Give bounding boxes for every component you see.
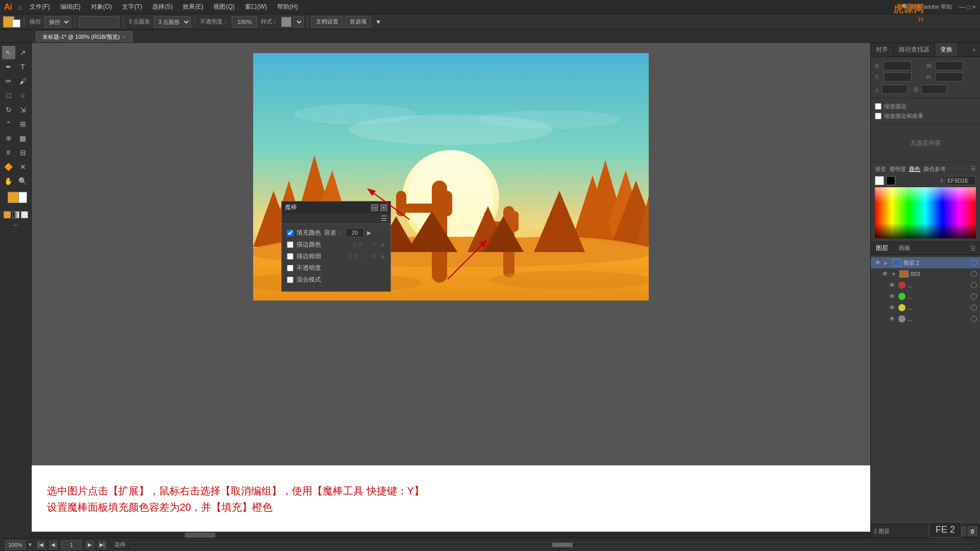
eyedropper-tool[interactable]: 🔶 (2, 160, 15, 173)
white-swatch[interactable] (875, 176, 884, 185)
shape-tool[interactable]: □ (2, 89, 15, 102)
panel-title-bar[interactable]: 魔棒 — × (282, 202, 390, 213)
first-page-btn[interactable]: |◀ (37, 541, 45, 549)
panel-minimize-btn[interactable]: — (371, 204, 378, 211)
layers-tab[interactable]: 图层 (871, 242, 893, 255)
x-input[interactable] (884, 61, 912, 70)
transparency-tab[interactable]: 透明度 (889, 165, 906, 173)
canvas-wrapper[interactable]: 魔棒 — × ☰ 填充颜色 容差： (32, 43, 870, 532)
color-panel-menu[interactable]: ☰ (971, 165, 976, 173)
scale-tool[interactable]: ⇲ (16, 103, 30, 116)
fill-color-checkbox[interactable] (287, 230, 293, 236)
layer-item-red[interactable]: 👁 ... (871, 280, 980, 291)
h-scrollbar[interactable] (32, 532, 870, 538)
pathfinder-tab[interactable]: 路径查找器 (894, 43, 935, 57)
rpanel-close-btn[interactable]: × (968, 44, 980, 56)
pen-tool[interactable]: ✒ (2, 60, 15, 73)
fill-expand-icon[interactable]: ▶ (367, 230, 371, 236)
menu-help[interactable]: 帮助(H) (273, 2, 302, 12)
gradient-tool[interactable]: ⊟ (16, 146, 30, 159)
document-tab[interactable]: 未标题-1* @ 100% (RGB/预览) × (36, 31, 133, 42)
window-controls[interactable]: — □ × (959, 4, 976, 11)
tab-close-btn[interactable]: × (123, 34, 126, 40)
none-mode-icon[interactable] (21, 211, 28, 218)
layer-eye-003[interactable]: 👁 (881, 270, 889, 278)
hand-tool[interactable]: ✋ (2, 174, 15, 188)
menu-edit[interactable]: 编辑(E) (56, 2, 85, 12)
fg-color-box[interactable] (8, 192, 19, 203)
opacity-input[interactable] (232, 16, 257, 28)
next-page-btn[interactable]: ▶ (86, 541, 94, 549)
layer-expand-003[interactable]: ▼ (891, 271, 897, 277)
search-bar[interactable]: 🔍 搜索 adobe 帮助 (902, 3, 952, 11)
symbol-tool[interactable]: ※ (2, 132, 15, 145)
menu-type[interactable]: 文字(T) (118, 2, 146, 12)
more-tools-btn[interactable]: ··· (13, 221, 18, 229)
last-page-btn[interactable]: ▶| (98, 541, 106, 549)
stroke-color-checkbox[interactable] (287, 241, 293, 248)
layer-item-yellow[interactable]: 👁 ... (871, 302, 980, 313)
layer-eye-yellow[interactable]: 👁 (888, 304, 896, 312)
gradient-tab[interactable]: 渐变 (875, 165, 886, 173)
layers-menu-btn[interactable]: ☰ (966, 243, 980, 254)
opacity-checkbox[interactable] (287, 265, 293, 271)
pencil-tool[interactable]: ✏ (2, 74, 15, 88)
align-tab[interactable]: 对齐 (871, 43, 894, 57)
shear-input[interactable] (921, 85, 947, 94)
rotate-input[interactable] (882, 85, 908, 94)
layer-item-gray[interactable]: 👁 ... (871, 313, 980, 324)
zoom-dropdown-icon[interactable]: ▼ (28, 542, 33, 547)
prev-page-btn[interactable]: ◀ (49, 541, 57, 549)
w-input[interactable] (935, 61, 963, 70)
zoom-input[interactable] (5, 540, 26, 549)
hex-color-input[interactable] (945, 176, 976, 185)
style-swatch[interactable] (281, 17, 291, 27)
color-ref-tab[interactable]: 颜色参考 (923, 165, 946, 173)
stroke-width-checkbox[interactable] (287, 253, 293, 260)
menu-window[interactable]: 窗口(W) (241, 2, 271, 12)
zoom-tool[interactable]: 🔍 (16, 174, 30, 188)
color-picker-gradient[interactable] (875, 187, 976, 238)
layer-eye-red[interactable]: 👁 (888, 281, 896, 289)
measure-tool[interactable]: ✕ (16, 160, 30, 173)
style-select[interactable]: ▼ (293, 16, 304, 28)
brush-select[interactable]: 3 点圆形 (154, 16, 191, 28)
h-scrollbar-bottom[interactable] (132, 542, 973, 547)
menu-file[interactable]: 文件(F) (26, 2, 54, 12)
blend-mode-checkbox[interactable] (287, 277, 293, 283)
color-mode-icon[interactable] (4, 211, 11, 218)
column-chart-tool[interactable]: ▦ (16, 132, 30, 145)
home-icon[interactable]: ⌂ (17, 3, 21, 11)
layer-eye-gray[interactable]: 👁 (888, 315, 896, 323)
y-input[interactable] (884, 72, 912, 82)
rotate-tool[interactable]: ↻ (2, 103, 15, 116)
free-transform-tool[interactable]: ⊞ (16, 117, 30, 131)
doc-settings-btn[interactable]: 文档设置 (311, 16, 343, 28)
blank-btn[interactable] (79, 16, 119, 28)
layer-eye-green[interactable]: 👁 (888, 292, 896, 300)
color-tab[interactable]: 颜色 (909, 165, 920, 173)
warp-tool[interactable]: ⌃ (2, 117, 15, 131)
select-tool[interactable]: ↖ (2, 46, 15, 59)
gradient-mode-icon[interactable] (12, 211, 19, 218)
ellipse-tool[interactable]: ○ (16, 89, 30, 102)
fill-tolerance-input[interactable] (346, 228, 364, 237)
brush-tool[interactable]: 🖌 (16, 74, 30, 88)
layer-expand-2[interactable]: ▶ (884, 260, 890, 266)
layer-item-2[interactable]: 👁 ▶ 图层 2 (871, 257, 980, 268)
preferences-icon[interactable]: ▼ (375, 18, 381, 26)
h-input[interactable] (935, 72, 963, 82)
menu-select[interactable]: 选择(S) (148, 2, 177, 12)
layer-eye-2[interactable]: 👁 (874, 259, 882, 267)
stroke-color-swatch[interactable] (12, 19, 20, 28)
h-scroll-thumb[interactable] (185, 533, 215, 538)
page-input[interactable] (61, 540, 82, 549)
menu-effect[interactable]: 效果(E) (179, 2, 207, 12)
panel-close-btn[interactable]: × (380, 204, 387, 211)
layer-item-green[interactable]: 👁 ... (871, 291, 980, 302)
artboards-tab[interactable]: 画板 (893, 242, 916, 255)
panel-menu-icon[interactable]: ☰ (381, 214, 387, 222)
mesh-tool[interactable]: # (2, 146, 15, 159)
scale-stroke-checkbox[interactable] (875, 103, 881, 110)
delete-layer-btn[interactable]: 🗑 (968, 527, 977, 536)
